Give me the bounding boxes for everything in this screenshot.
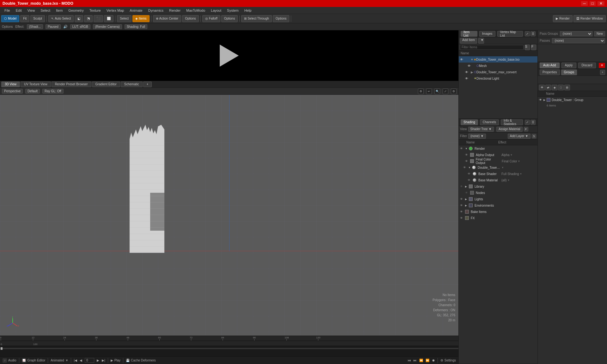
play-back-start-btn[interactable]: |◀ bbox=[74, 359, 77, 362]
item-list-content[interactable]: 👁 ▼ ◈ Double_Tower_modo_base.lxo 👁 ⬡ Mes… bbox=[459, 56, 537, 118]
shader-arr-7[interactable]: ▶ bbox=[465, 185, 468, 188]
shader-s-btn[interactable]: S bbox=[532, 134, 536, 138]
viewport-raygl-dropdown[interactable]: Ray GL: Off bbox=[42, 89, 64, 94]
shader-item-tower[interactable]: 👁 ▼ Double_Tower_max_conve... ▼ bbox=[459, 164, 537, 171]
shader-vis-6[interactable]: 👁 bbox=[468, 179, 472, 182]
shading-menu-icon[interactable]: ☰ bbox=[530, 120, 536, 125]
tab-shading[interactable]: Shading bbox=[461, 119, 478, 125]
toolbar-icon-2[interactable]: ⬔ bbox=[84, 15, 93, 22]
graph-editor-status[interactable]: 📈 Graph Editor bbox=[22, 358, 46, 363]
menu-render[interactable]: Render bbox=[167, 8, 183, 13]
play-button[interactable] bbox=[220, 45, 239, 67]
shader-item-lights[interactable]: 👁 ▶ Lights bbox=[459, 196, 537, 202]
toolbar-icon-4[interactable]: ⬜ bbox=[104, 15, 113, 22]
auto-add-close-btn[interactable]: ✕ bbox=[599, 63, 605, 68]
cache-deformers-btn[interactable]: 💾 Cache Deformers bbox=[126, 359, 156, 362]
assign-material-btn[interactable]: Assign Material bbox=[496, 127, 522, 132]
tree-item-file[interactable]: 👁 ▼ ◈ Double_Tower_modo_base.lxo bbox=[459, 56, 537, 63]
tree-item-convert[interactable]: 👁 ▶ ⬡ Double_Tower_max_convert bbox=[459, 69, 537, 75]
render-window-btn[interactable]: 🖼 Render Window bbox=[573, 15, 606, 22]
shader-item-library[interactable]: 👁 ▶ Library bbox=[459, 183, 537, 190]
add-item-btn[interactable]: Add Item bbox=[460, 38, 477, 44]
settings-btn[interactable]: ⚙ Settings bbox=[440, 359, 456, 362]
add-layer-btn[interactable]: Add Layer ▼ bbox=[508, 134, 530, 139]
shader-arr-10[interactable]: ▶ bbox=[465, 204, 468, 207]
pass-groups-new-btn[interactable]: New bbox=[594, 31, 605, 36]
play-forward-btn[interactable]: ▶ bbox=[97, 359, 99, 362]
shader-arr-9[interactable]: ▶ bbox=[465, 198, 468, 201]
shader-item-render[interactable]: 👁 ▼ Render bbox=[459, 145, 537, 152]
shader-list[interactable]: 👁 ▼ Render 👁 Alpha Output bbox=[459, 145, 537, 364]
shading-expand-icon[interactable]: ⤢ bbox=[525, 120, 530, 125]
lut-badge[interactable]: LUT: sRGB bbox=[70, 24, 90, 29]
select-btn[interactable]: Select bbox=[117, 15, 132, 22]
tab-item-list[interactable]: Item List bbox=[461, 31, 477, 37]
filter-items-input[interactable] bbox=[460, 45, 524, 50]
shader-vis-11[interactable]: 👁 bbox=[460, 210, 464, 213]
transport-icon-1[interactable]: ⏮ bbox=[408, 359, 411, 362]
audio-status[interactable]: ♪ Audio bbox=[3, 358, 16, 363]
tree-item-mesh[interactable]: 👁 ⬡ Mesh bbox=[459, 63, 537, 69]
options3-btn[interactable]: Options bbox=[273, 15, 289, 22]
sculpt-mode-btn[interactable]: Sculpt bbox=[30, 15, 45, 22]
fit-btn[interactable]: Fit bbox=[20, 15, 29, 22]
play-forward-end-btn[interactable]: ▶| bbox=[102, 359, 105, 362]
shader-arr-1[interactable]: ▼ bbox=[465, 147, 468, 150]
menu-vertex-map[interactable]: Vertex Map bbox=[104, 8, 127, 13]
shader-item-base-material[interactable]: 👁 Base Material (all) ▼ bbox=[459, 177, 537, 183]
shader-vis-5[interactable]: 👁 bbox=[468, 172, 472, 175]
menu-texture[interactable]: Texture bbox=[87, 8, 103, 13]
menu-select[interactable]: Select bbox=[38, 8, 53, 13]
menu-dynamics[interactable]: Dynamics bbox=[146, 8, 166, 13]
shader-vis-2[interactable]: 👁 bbox=[465, 153, 469, 156]
auto-add-btn[interactable]: Auto Add bbox=[540, 63, 560, 68]
effect-value[interactable]: (Shadi... bbox=[27, 24, 43, 29]
panel-expand-icon[interactable]: ⤢ bbox=[525, 31, 530, 36]
shader-vis-8[interactable]: 👁 bbox=[465, 191, 469, 194]
shader-vis-9[interactable]: 👁 bbox=[460, 197, 464, 201]
viewport-ctrl-2[interactable]: ↩ bbox=[426, 88, 432, 94]
shader-vis-7[interactable]: 👁 bbox=[460, 185, 464, 188]
tab-vertex-map-list[interactable]: Vertex Map List bbox=[497, 31, 523, 37]
group-vis-1[interactable]: 👁 bbox=[539, 98, 543, 101]
shader-vis-10[interactable]: 👁 bbox=[460, 204, 464, 207]
menu-maxtomodo[interactable]: MaxToModo bbox=[184, 8, 208, 13]
shader-vis-3[interactable]: 👁 bbox=[465, 160, 469, 163]
shader-tree-dropdown[interactable]: Shader Tree ▼ bbox=[468, 127, 494, 132]
add-item-dropdown[interactable]: ▼ bbox=[478, 38, 484, 44]
viewport-preset-dropdown[interactable]: Default bbox=[25, 89, 40, 94]
transport-icon-4[interactable]: ⏩ bbox=[426, 359, 429, 362]
filter-s-btn[interactable]: S bbox=[525, 45, 530, 50]
viewport-type-dropdown[interactable]: Perspective bbox=[2, 89, 23, 94]
menu-geometry[interactable]: Geometry bbox=[66, 8, 86, 13]
filter-f-btn[interactable]: F bbox=[531, 45, 536, 50]
menu-view[interactable]: View bbox=[25, 8, 38, 13]
groups-toolbar-icon-5[interactable]: ⊞ bbox=[564, 85, 570, 90]
items-btn[interactable]: ◈ Items bbox=[132, 15, 149, 22]
animated-status[interactable]: Animated ▼ bbox=[51, 359, 68, 362]
auto-select-btn[interactable]: ↖ Auto Select bbox=[48, 15, 74, 22]
frame-input[interactable]: 0 bbox=[85, 358, 94, 363]
close-btn[interactable]: ✕ bbox=[598, 1, 604, 6]
transport-icon-2[interactable]: ⏭ bbox=[414, 359, 417, 362]
play-back-btn[interactable]: ◀ bbox=[80, 359, 82, 362]
tab-info-stats[interactable]: Info & Statistics bbox=[501, 119, 523, 125]
apply-btn[interactable]: Apply bbox=[561, 63, 576, 68]
tab-groups[interactable]: Groups bbox=[561, 70, 577, 75]
tab-gradient-editor[interactable]: Gradient Editor bbox=[92, 82, 120, 87]
falloff-btn[interactable]: ◎ Falloff bbox=[202, 15, 220, 22]
tab-images[interactable]: Images bbox=[479, 31, 495, 37]
timeline-content[interactable] bbox=[0, 346, 458, 356]
discard-btn[interactable]: Discard bbox=[578, 63, 596, 68]
tab-channels[interactable]: Channels bbox=[480, 119, 499, 125]
window-controls[interactable]: ─ □ ✕ bbox=[581, 1, 604, 6]
shading-badge[interactable]: Shading: Full bbox=[125, 24, 147, 29]
tab-plus[interactable]: + bbox=[143, 82, 152, 87]
viewport-3d[interactable]: No Items Polygons : Face Channels: 0 Def… bbox=[0, 95, 458, 336]
tab-render-preset[interactable]: Render Preset Browser bbox=[52, 82, 91, 87]
paused-badge[interactable]: Paused bbox=[46, 24, 61, 29]
groups-toolbar-icon-4[interactable]: □ bbox=[558, 85, 564, 90]
shader-item-bake[interactable]: 👁 Bake Items bbox=[459, 209, 537, 215]
groups-toolbar-icon-3[interactable]: ◈ bbox=[552, 85, 557, 90]
viewport-ctrl-3[interactable]: 🔍 bbox=[434, 88, 440, 94]
